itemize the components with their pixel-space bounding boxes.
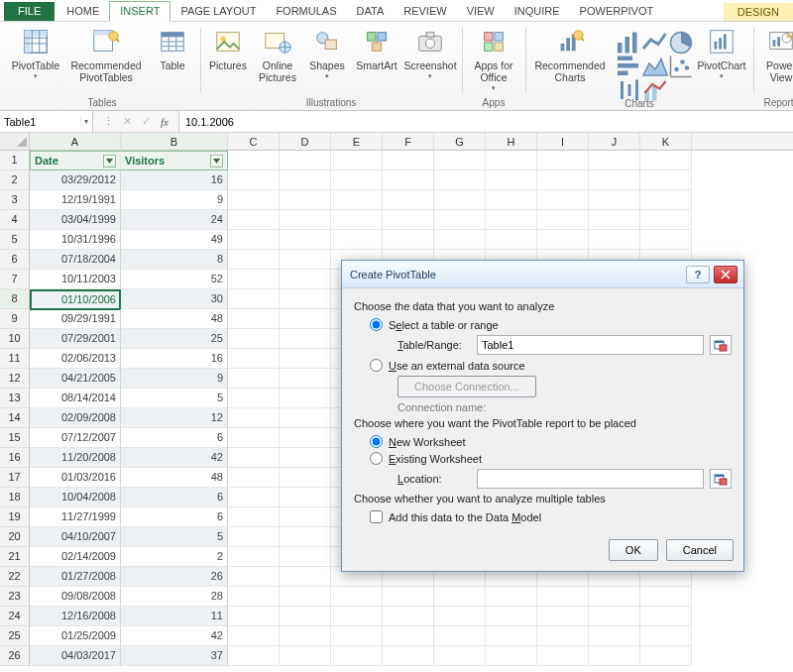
cell-visitors[interactable]: 52 bbox=[121, 270, 228, 289]
row-header[interactable]: 20 bbox=[0, 527, 30, 547]
cell[interactable] bbox=[537, 607, 589, 626]
radio-external[interactable] bbox=[370, 359, 383, 372]
cell-date[interactable]: 09/29/1991 bbox=[30, 309, 121, 329]
cell[interactable] bbox=[331, 587, 383, 607]
radio-existing-worksheet[interactable] bbox=[370, 452, 383, 465]
cell[interactable] bbox=[434, 170, 486, 190]
cancel-entry-icon[interactable]: ✕ bbox=[123, 115, 132, 128]
close-button[interactable] bbox=[714, 266, 737, 283]
name-box[interactable]: ▾ bbox=[0, 111, 93, 132]
cell[interactable] bbox=[640, 626, 692, 646]
cell-date[interactable]: 01/10/2006 bbox=[30, 289, 121, 310]
cell[interactable] bbox=[434, 151, 486, 170]
formula-bar[interactable] bbox=[178, 111, 793, 132]
enter-entry-icon[interactable]: ✓ bbox=[142, 115, 151, 128]
cell[interactable] bbox=[228, 626, 280, 646]
name-box-dropdown-icon[interactable]: ▾ bbox=[80, 117, 92, 126]
btn-power-view[interactable]: Power View bbox=[759, 26, 793, 83]
collapse-dialog-button-2[interactable] bbox=[710, 469, 732, 489]
tab-design-contextual[interactable]: DESIGN bbox=[724, 3, 793, 21]
col-header-D[interactable]: D bbox=[280, 133, 331, 150]
cell[interactable] bbox=[589, 170, 640, 190]
dialog-titlebar[interactable]: Create PivotTable ? bbox=[342, 261, 743, 288]
cell-date[interactable]: 01/27/2008 bbox=[30, 567, 121, 587]
cell-visitors[interactable]: 24 bbox=[121, 210, 228, 230]
cell[interactable] bbox=[228, 309, 280, 329]
dots-icon[interactable]: ⋮ bbox=[103, 115, 113, 128]
radio-select-range-row[interactable]: Select a table or range bbox=[354, 316, 732, 333]
cell-date[interactable]: 03/04/1999 bbox=[30, 210, 121, 230]
radio-external-row[interactable]: Use an external data source bbox=[354, 357, 732, 374]
row-header[interactable]: 1 bbox=[0, 151, 30, 170]
cell[interactable] bbox=[280, 329, 331, 349]
cell-visitors[interactable]: 8 bbox=[121, 250, 228, 270]
row-header[interactable]: 10 bbox=[0, 329, 30, 349]
tab-home[interactable]: HOME bbox=[57, 2, 109, 21]
cell[interactable] bbox=[228, 488, 280, 507]
cell[interactable] bbox=[280, 190, 331, 210]
cell[interactable] bbox=[331, 646, 383, 666]
cell[interactable] bbox=[228, 250, 280, 270]
cell[interactable] bbox=[383, 230, 434, 250]
cell-date[interactable]: 10/31/1996 bbox=[30, 230, 121, 250]
cell[interactable] bbox=[280, 250, 331, 270]
cell[interactable] bbox=[228, 567, 280, 587]
col-header-G[interactable]: G bbox=[434, 133, 486, 150]
cell[interactable] bbox=[280, 468, 331, 488]
cell-visitors[interactable]: 48 bbox=[121, 468, 228, 488]
col-header-A[interactable]: A bbox=[30, 133, 121, 150]
cell-visitors[interactable]: 48 bbox=[121, 309, 228, 329]
row-header[interactable]: 17 bbox=[0, 468, 30, 488]
row-header[interactable]: 15 bbox=[0, 428, 30, 448]
cell-visitors[interactable]: 6 bbox=[121, 488, 228, 507]
chart-bar-icon[interactable] bbox=[615, 52, 636, 71]
cell[interactable] bbox=[589, 646, 640, 666]
btn-pivottable[interactable]: PivotTable ▾ bbox=[10, 26, 61, 80]
cell[interactable] bbox=[589, 190, 640, 210]
cell[interactable] bbox=[280, 607, 331, 626]
tab-inquire[interactable]: INQUIRE bbox=[505, 2, 570, 21]
cell-date[interactable]: 07/18/2004 bbox=[30, 250, 121, 270]
cell[interactable] bbox=[280, 527, 331, 547]
col-header-H[interactable]: H bbox=[486, 133, 537, 150]
cell-date[interactable]: 03/29/2012 bbox=[30, 170, 121, 190]
cell[interactable] bbox=[331, 210, 383, 230]
cell-date[interactable]: 12/16/2008 bbox=[30, 607, 121, 626]
cell[interactable] bbox=[589, 587, 640, 607]
radio-new-worksheet-row[interactable]: New Worksheet bbox=[354, 433, 732, 450]
cell[interactable] bbox=[537, 646, 589, 666]
cell[interactable] bbox=[228, 369, 280, 389]
cell[interactable] bbox=[383, 587, 434, 607]
cell-visitors[interactable]: 12 bbox=[121, 408, 228, 428]
cell[interactable] bbox=[228, 527, 280, 547]
cell[interactable] bbox=[486, 151, 537, 170]
cell[interactable] bbox=[383, 170, 434, 190]
btn-table[interactable]: Table bbox=[151, 26, 194, 71]
cell[interactable] bbox=[434, 230, 486, 250]
row-header[interactable]: 16 bbox=[0, 448, 30, 468]
radio-select-range[interactable] bbox=[370, 318, 383, 331]
cell[interactable] bbox=[383, 626, 434, 646]
cell[interactable] bbox=[228, 507, 280, 527]
col-header-I[interactable]: I bbox=[537, 133, 589, 150]
cell-date[interactable]: 11/20/2008 bbox=[30, 448, 121, 468]
select-all-corner[interactable] bbox=[0, 133, 30, 150]
tab-review[interactable]: REVIEW bbox=[394, 2, 456, 21]
cell[interactable] bbox=[383, 210, 434, 230]
cell-date[interactable]: 10/11/2003 bbox=[30, 270, 121, 289]
cell[interactable] bbox=[589, 210, 640, 230]
row-header[interactable]: 5 bbox=[0, 230, 30, 250]
cell-date[interactable]: 02/09/2008 bbox=[30, 408, 121, 428]
cell[interactable] bbox=[640, 151, 692, 170]
cell[interactable] bbox=[280, 170, 331, 190]
cell-visitors[interactable]: 25 bbox=[121, 329, 228, 349]
cell[interactable] bbox=[331, 170, 383, 190]
cell-date[interactable]: 02/06/2013 bbox=[30, 349, 121, 369]
col-header-J[interactable]: J bbox=[589, 133, 640, 150]
cell[interactable] bbox=[383, 607, 434, 626]
cell-date[interactable]: 04/03/2017 bbox=[30, 646, 121, 666]
cell-date[interactable]: 12/19/1991 bbox=[30, 190, 121, 210]
cell[interactable] bbox=[280, 587, 331, 607]
cell-visitors[interactable]: 49 bbox=[121, 230, 228, 250]
btn-apps-for-office[interactable]: Apps for Office ▾ bbox=[468, 26, 519, 92]
